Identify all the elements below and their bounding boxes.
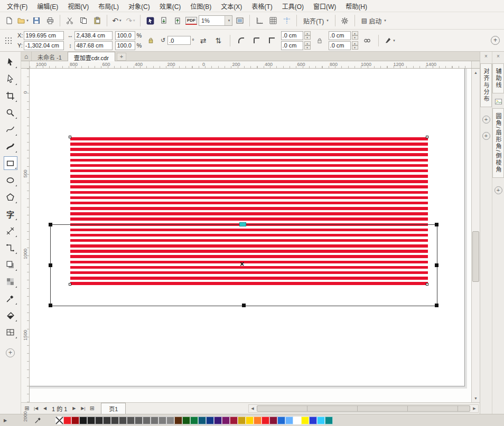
mesh-fill-tool[interactable]	[4, 325, 17, 339]
quick-customize-button[interactable]: +	[491, 36, 500, 45]
previous-page-button[interactable]: ◀	[41, 404, 49, 413]
parallel-dimension-tool[interactable]	[4, 224, 17, 238]
selection-handle[interactable]	[49, 223, 52, 226]
rectangle-tool[interactable]	[4, 156, 17, 170]
color-swatch[interactable]	[79, 416, 87, 424]
color-swatch[interactable]	[71, 416, 79, 424]
y-position-field[interactable]	[24, 41, 64, 50]
add-docker-button[interactable]: +	[482, 116, 490, 124]
ruler-options-button[interactable]	[471, 61, 480, 68]
polygon-tool[interactable]	[4, 190, 17, 204]
color-swatch[interactable]	[158, 416, 166, 424]
selection-handle[interactable]	[435, 304, 438, 307]
color-swatch[interactable]	[222, 416, 230, 424]
no-color-swatch[interactable]	[55, 416, 63, 424]
scroll-down-icon[interactable]: ▼	[472, 394, 480, 402]
scale-y-field[interactable]	[115, 41, 135, 50]
welcome-screen-tab[interactable]: ⌂	[21, 52, 32, 61]
interactive-fill-tool[interactable]	[4, 308, 17, 322]
paste-button[interactable]	[91, 14, 104, 27]
corner-radius-tl-field[interactable]	[281, 31, 303, 40]
spinner[interactable]: ▴▾	[304, 41, 311, 50]
horizontal-ruler[interactable]: 1000800600400200020040060080010001200140…	[30, 61, 471, 68]
color-swatch[interactable]	[301, 416, 309, 424]
options-button[interactable]	[339, 14, 351, 27]
color-swatch[interactable]	[63, 416, 71, 424]
chevron-down-icon[interactable]: ▾	[225, 16, 232, 25]
color-swatch[interactable]	[174, 416, 182, 424]
edit-corners-together-button[interactable]	[361, 34, 374, 47]
color-swatch[interactable]	[238, 416, 246, 424]
close-icon[interactable]: ×	[484, 53, 488, 61]
publish-pdf-button[interactable]: PDF	[185, 14, 198, 27]
ellipse-tool[interactable]	[4, 173, 17, 187]
corner-radius-br-field[interactable]	[329, 41, 351, 50]
color-swatch[interactable]	[309, 416, 317, 424]
shape-tool[interactable]	[4, 72, 17, 86]
vertical-scrollbar[interactable]: ▲ ▼	[471, 69, 480, 402]
menu-item-view[interactable]: 视图(V)	[63, 0, 94, 12]
zoom-tool[interactable]	[4, 106, 17, 119]
color-swatch[interactable]	[182, 416, 190, 424]
selection-handle[interactable]	[49, 304, 52, 307]
mirror-vertical-button[interactable]: ⇅	[212, 34, 225, 47]
show-grid-button[interactable]	[267, 14, 279, 27]
color-swatch[interactable]	[103, 416, 111, 424]
docker-tab-align-distribute[interactable]: 对齐与分布	[480, 63, 492, 107]
new-tab-button[interactable]: +	[117, 53, 126, 61]
scale-x-field[interactable]	[115, 31, 135, 40]
selection-handle[interactable]	[435, 223, 438, 226]
zoom-level-combo[interactable]: 1% ▾	[199, 15, 232, 26]
cut-button[interactable]	[63, 14, 76, 27]
color-swatch[interactable]	[269, 416, 277, 424]
undo-button[interactable]: ↶▾	[110, 14, 123, 27]
color-swatch[interactable]	[198, 416, 206, 424]
color-swatch[interactable]	[143, 416, 151, 424]
color-swatch[interactable]	[135, 416, 143, 424]
outline-width-button[interactable]: ▾	[384, 34, 396, 47]
freehand-tool[interactable]	[4, 122, 17, 136]
selection-center-marker[interactable]: ×	[240, 260, 244, 268]
ruler-origin-button[interactable]	[21, 61, 30, 68]
height-field[interactable]	[74, 41, 113, 50]
menu-item-text[interactable]: 文本(X)	[216, 0, 247, 12]
color-swatch[interactable]	[325, 416, 333, 424]
crop-tool[interactable]	[4, 89, 17, 102]
spinner[interactable]: ▴▾	[304, 31, 311, 40]
add-docker-button[interactable]: +	[494, 186, 502, 194]
color-swatch[interactable]	[190, 416, 198, 424]
color-swatch[interactable]	[206, 416, 214, 424]
last-page-button[interactable]: ▶|	[79, 404, 87, 413]
width-field[interactable]	[74, 31, 113, 40]
import-button[interactable]	[157, 14, 170, 27]
color-swatch[interactable]	[254, 416, 262, 424]
nudge-offset-button[interactable]	[2, 34, 15, 47]
next-page-button[interactable]: ▶	[70, 404, 78, 413]
drop-shadow-tool[interactable]	[4, 258, 17, 271]
palette-eyedropper-icon[interactable]	[34, 416, 42, 424]
color-swatch[interactable]	[119, 416, 127, 424]
color-swatch[interactable]	[285, 416, 293, 424]
menu-item-table[interactable]: 表格(T)	[247, 0, 277, 12]
lock-ratio-button[interactable]	[144, 34, 157, 47]
scalloped-corner-button[interactable]	[250, 34, 263, 47]
text-tool[interactable]: 字	[4, 207, 17, 221]
color-swatch[interactable]	[214, 416, 222, 424]
lock-corners-button[interactable]	[313, 34, 326, 47]
docker-tab-guidelines[interactable]: 辅助线	[492, 63, 504, 93]
color-swatch[interactable]	[127, 416, 135, 424]
color-swatch[interactable]	[317, 416, 325, 424]
chamfered-corner-button[interactable]	[266, 34, 278, 47]
snap-to-dropdown[interactable]: 贴齐(T)▾	[300, 14, 332, 27]
rotation-angle-field[interactable]	[167, 36, 191, 45]
color-swatch[interactable]	[87, 416, 95, 424]
save-button[interactable]	[30, 14, 43, 27]
menu-item-file[interactable]: 文件(F)	[2, 0, 32, 12]
mirror-horizontal-button[interactable]: ⇄	[197, 34, 210, 47]
selection-handle[interactable]	[242, 304, 246, 307]
menu-item-bitmaps[interactable]: 位图(B)	[185, 0, 216, 12]
selection-handle[interactable]	[49, 263, 52, 267]
menu-item-layout[interactable]: 布局(L)	[94, 0, 124, 12]
spinner[interactable]: ▴▾	[352, 41, 358, 50]
color-eyedropper-tool[interactable]	[4, 291, 17, 305]
